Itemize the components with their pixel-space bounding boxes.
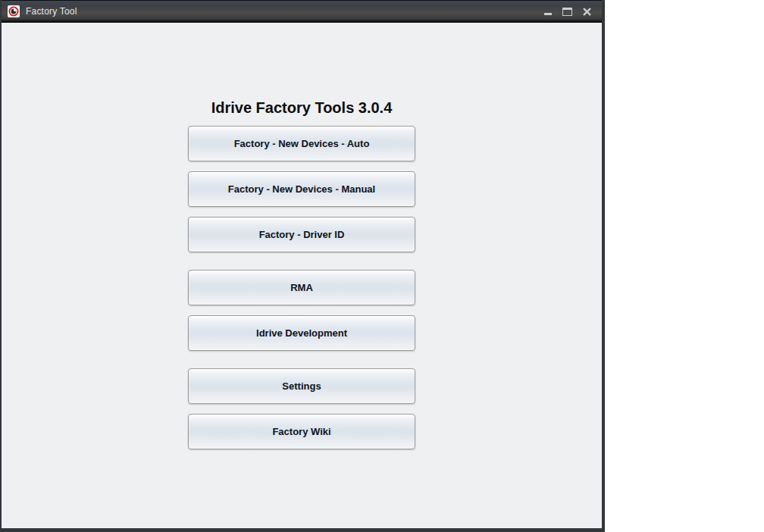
factory-tool-app-icon [8, 5, 20, 17]
menu-group-factory: Factory - New Devices - Auto Factory - N… [188, 126, 415, 252]
minimize-button[interactable] [540, 3, 555, 20]
titlebar[interactable]: Factory Tool [2, 0, 602, 23]
window-controls [540, 0, 602, 23]
menu-button-rma[interactable]: RMA [188, 270, 415, 305]
app-window: Factory Tool Idrive Factory Tools 3.0.4 … [0, 0, 605, 532]
menu-button-factory-driver-id[interactable]: Factory - Driver ID [188, 217, 415, 252]
menu-button-factory-wiki[interactable]: Factory Wiki [188, 414, 415, 449]
maximize-icon [562, 8, 572, 16]
window-title: Factory Tool [26, 6, 77, 17]
menu-button-idrive-development[interactable]: Idrive Development [188, 315, 415, 351]
menu-button-settings[interactable]: Settings [188, 368, 415, 404]
menu-group-settings-wiki: Settings Factory Wiki [188, 368, 415, 449]
close-icon [583, 8, 591, 16]
page-title: Idrive Factory Tools 3.0.4 [2, 99, 602, 117]
minimize-icon [544, 13, 552, 15]
menu-button-factory-new-devices-manual[interactable]: Factory - New Devices - Manual [188, 171, 415, 207]
close-button[interactable] [580, 3, 594, 20]
window-content: Idrive Factory Tools 3.0.4 Factory - New… [2, 23, 602, 528]
menu-group-rma-dev: RMA Idrive Development [188, 270, 415, 351]
maximize-button[interactable] [560, 3, 575, 20]
menu-button-factory-new-devices-auto[interactable]: Factory - New Devices - Auto [188, 126, 415, 161]
menu-button-stack: Factory - New Devices - Auto Factory - N… [188, 126, 415, 449]
